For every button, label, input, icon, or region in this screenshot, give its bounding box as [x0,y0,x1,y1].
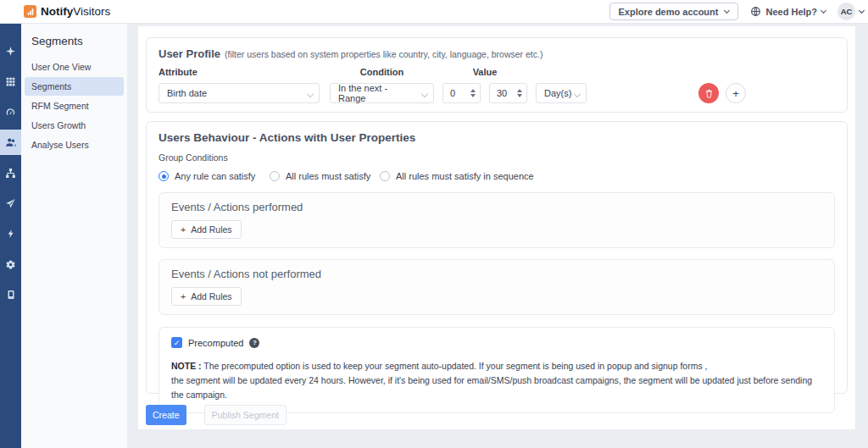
user-profile-title: User Profile [159,47,220,60]
footer-actions: Create Publish Segment [146,405,855,425]
users-icon [5,136,17,148]
rail-item-sparkle[interactable] [0,38,21,64]
rail-item-journal[interactable] [0,282,21,307]
radio-unselected-icon [380,171,390,181]
add-rules-not-performed-button[interactable]: + Add Rules [171,287,242,306]
explore-demo-account-label: Explore demo account [619,7,719,17]
precomputed-label: Precomputed [188,338,243,348]
bolt-icon [6,229,16,239]
rail-item-bolt[interactable] [0,221,21,246]
radio-label: Any rule can satisfy [175,171,255,181]
journal-icon [6,290,16,300]
sidebar-item-analyse-users[interactable]: Analyse Users [25,136,124,154]
plus-icon: + [181,291,186,301]
send-icon [5,198,16,209]
user-profile-panel: User Profile (filter users based on syst… [146,37,848,113]
group-conditions-label: Group Conditions [159,152,835,163]
unit-selected-value: Day(s) [544,88,571,98]
sidebar-item-rfm-segment[interactable]: RFM Segment [25,97,124,115]
icon-rail [0,24,21,448]
sidebar-item-user-one-view[interactable]: User One View [25,58,124,76]
attribute-select[interactable]: Birth date [159,83,320,103]
events-not-performed-title: Events / Actions not performed [171,268,822,280]
value-from-input[interactable]: 0 [442,83,481,103]
account-menu[interactable]: AC [837,3,864,20]
number-stepper[interactable] [517,89,522,97]
value-to-text: 30 [497,88,507,98]
radio-label: All rules must satisfy in sequence [396,171,534,181]
radio-all-rules-must-satisfy[interactable]: All rules must satisfy [270,171,380,181]
events-performed-title: Events / Actions performed [171,201,822,213]
explore-demo-account-button[interactable]: Explore demo account [609,3,739,20]
grid-icon [5,76,16,87]
users-behaviour-title: Users Behaviour - Actions with User Prop… [159,131,835,144]
rail-item-grid[interactable] [0,69,21,94]
add-rules-performed-button[interactable]: + Add Rules [171,220,242,239]
radio-all-rules-in-sequence[interactable]: All rules must satisfy in sequence [380,171,534,181]
gear-icon [5,259,16,270]
radio-unselected-icon [270,171,280,181]
globe-icon [750,6,761,17]
publish-segment-button[interactable]: Publish Segment [204,405,287,425]
radio-label: All rules must satisfy [286,171,370,181]
radio-any-rule-can-satisfy[interactable]: Any rule can satisfy [159,171,270,181]
rail-item-send[interactable] [0,191,21,216]
attribute-selected-value: Birth date [167,88,207,98]
create-button[interactable]: Create [146,405,186,425]
segment-editor-card: User Profile (filter users based on syst… [138,26,855,429]
condition-select[interactable]: In the next - Range [330,83,434,103]
need-help-label: Need Help? [765,7,817,17]
main-area: User Profile (filter users based on syst… [127,24,868,448]
rail-item-settings[interactable] [0,252,21,277]
unit-select[interactable]: Day(s) [536,83,587,103]
rail-item-dashboard[interactable] [0,99,21,124]
sitemap-icon [5,168,16,179]
condition-selected-value: In the next - Range [338,83,416,103]
condition-column-label: Condition [330,67,434,77]
precomputed-checkbox-row[interactable]: ✓ Precomputed ? [171,337,822,348]
sparkle-icon [5,46,16,57]
brand-name: NotifyVisitors [41,5,110,18]
add-rules-label: Add Rules [191,224,231,235]
users-behaviour-panel: Users Behaviour - Actions with User Prop… [146,121,848,394]
events-performed-box: Events / Actions performed + Add Rules [159,192,835,248]
add-rules-label: Add Rules [191,291,231,301]
rail-item-users[interactable] [0,130,21,155]
sidebar-item-segments[interactable]: Segments [25,77,124,96]
note-line-1: The precomputed option is used to keep y… [203,361,707,371]
chevron-down-icon [421,91,428,97]
attribute-column-label: Attribute [159,67,320,77]
chevron-down-icon [307,91,314,97]
value-column-label: Value [442,67,527,77]
question-help-icon[interactable]: ? [249,338,259,348]
chevron-down-icon [859,7,865,13]
number-stepper[interactable] [470,89,476,97]
sidebar-title: Segments [21,24,127,57]
trash-icon [704,89,714,98]
note-line-2: the segment will be updated every 24 hou… [171,375,812,400]
events-not-performed-box: Events / Actions not performed + Add Rul… [159,259,835,315]
chevron-down-icon [821,7,826,13]
segments-sidebar: Segments User One View Segments RFM Segm… [21,24,127,448]
radio-selected-icon [159,171,169,181]
chevron-down-icon [724,7,730,13]
note-label: NOTE : [171,361,202,371]
brand-logo: NotifyVisitors [24,5,110,18]
chevron-down-icon [574,91,581,97]
sidebar-item-users-growth[interactable]: Users Growth [25,116,124,135]
user-profile-subtitle: (filter users based on system properties… [225,49,542,59]
topbar: NotifyVisitors Explore demo account Need… [0,0,868,24]
dashboard-gauge-icon [5,107,16,118]
checkbox-checked-icon: ✓ [171,337,182,348]
value-to-input[interactable]: 30 [489,83,527,103]
need-help-menu[interactable]: Need Help? [750,6,826,17]
precomputed-note: NOTE : The precomputed option is used to… [171,359,822,401]
add-rule-button[interactable]: + [726,83,746,103]
avatar: AC [837,3,855,20]
rail-item-sitemap[interactable] [0,160,21,185]
delete-rule-button[interactable] [698,83,719,103]
value-from-text: 0 [450,88,455,98]
plus-icon: + [181,224,186,235]
precomputed-box: ✓ Precomputed ? NOTE : The precomputed o… [159,327,835,413]
plus-icon: + [732,87,739,100]
